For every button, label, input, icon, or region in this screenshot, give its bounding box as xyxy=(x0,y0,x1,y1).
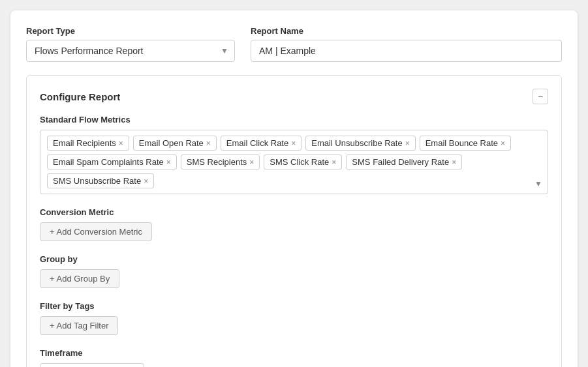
metric-label: Email Open Rate xyxy=(139,138,204,148)
report-type-select[interactable]: Flows Performance Report Campaign Perfor… xyxy=(26,40,235,62)
standard-flow-metrics-label: Standard Flow Metrics xyxy=(40,115,548,125)
add-tag-filter-button[interactable]: + Add Tag Filter xyxy=(40,316,118,335)
metrics-box: Email Recipients × Email Open Rate × Ema… xyxy=(40,130,548,194)
report-type-label: Report Type xyxy=(26,26,235,36)
collapse-icon: − xyxy=(538,91,543,102)
remove-email-spam-button[interactable]: × xyxy=(166,158,171,166)
remove-sms-failed-delivery-button[interactable]: × xyxy=(452,158,456,166)
metric-label: Email Spam Complaints Rate xyxy=(53,157,164,167)
metric-label: Email Bounce Rate xyxy=(426,138,498,148)
metric-tag-sms-failed-delivery-rate: SMS Failed Delivery Rate × xyxy=(346,154,462,169)
main-card: Report Type Flows Performance Report Cam… xyxy=(10,10,578,367)
timeframe-section: Timeframe All Time Last 7 Days Last 30 D… xyxy=(40,348,548,367)
report-type-group: Report Type Flows Performance Report Cam… xyxy=(26,26,235,62)
metrics-box-chevron-icon: ▼ xyxy=(534,179,542,188)
remove-email-recipients-button[interactable]: × xyxy=(119,139,123,147)
report-name-input[interactable] xyxy=(251,40,562,62)
metric-tag-sms-click-rate: SMS Click Rate × xyxy=(264,154,342,169)
conversion-metric-section: Conversion Metric + Add Conversion Metri… xyxy=(40,207,548,241)
report-name-group: Report Name xyxy=(251,26,562,62)
group-by-section: Group by + Add Group By xyxy=(40,254,548,288)
configure-title: Configure Report xyxy=(40,91,120,102)
add-group-by-button[interactable]: + Add Group By xyxy=(40,269,119,288)
filter-by-tags-label: Filter by Tags xyxy=(40,301,548,311)
remove-email-open-rate-button[interactable]: × xyxy=(206,139,211,147)
filter-by-tags-section: Filter by Tags + Add Tag Filter xyxy=(40,301,548,335)
metric-tag-email-spam-complaints-rate: Email Spam Complaints Rate × xyxy=(47,154,177,169)
conversion-metric-label: Conversion Metric xyxy=(40,207,548,217)
metric-tag-sms-recipients: SMS Recipients × xyxy=(181,154,260,169)
metric-tag-email-bounce-rate: Email Bounce Rate × xyxy=(420,136,511,151)
metric-label: Email Click Rate xyxy=(226,138,288,148)
group-by-label: Group by xyxy=(40,254,548,264)
configure-header: Configure Report − xyxy=(40,89,548,104)
report-type-select-wrapper: Flows Performance Report Campaign Perfor… xyxy=(26,40,235,62)
remove-sms-unsubscribe-button[interactable]: × xyxy=(144,177,148,185)
timeframe-select[interactable]: All Time Last 7 Days Last 30 Days Last 9… xyxy=(40,363,144,367)
metric-label: SMS Failed Delivery Rate xyxy=(352,157,449,167)
top-row: Report Type Flows Performance Report Cam… xyxy=(26,26,562,62)
configure-card: Configure Report − Standard Flow Metrics… xyxy=(26,75,562,367)
metric-tag-email-click-rate: Email Click Rate × xyxy=(221,136,302,151)
standard-flow-metrics-section: Standard Flow Metrics Email Recipients ×… xyxy=(40,115,548,194)
metric-tag-email-open-rate: Email Open Rate × xyxy=(133,136,217,151)
metric-label: Email Recipients xyxy=(53,138,116,148)
remove-email-bounce-rate-button[interactable]: × xyxy=(501,139,505,147)
collapse-button[interactable]: − xyxy=(533,89,548,104)
metric-label: Email Unsubscribe Rate xyxy=(311,138,402,148)
metric-tag-email-unsubscribe-rate: Email Unsubscribe Rate × xyxy=(305,136,415,151)
metric-label: SMS Click Rate xyxy=(270,157,329,167)
remove-sms-recipients-button[interactable]: × xyxy=(249,158,254,166)
metric-tag-sms-unsubscribe-rate: SMS Unsubscribe Rate × xyxy=(47,173,154,188)
timeframe-label: Timeframe xyxy=(40,348,548,358)
metric-label: SMS Unsubscribe Rate xyxy=(53,176,141,186)
metric-label: SMS Recipients xyxy=(187,157,247,167)
report-name-label: Report Name xyxy=(251,26,562,36)
remove-email-unsubscribe-rate-button[interactable]: × xyxy=(405,139,410,147)
remove-email-click-rate-button[interactable]: × xyxy=(291,139,296,147)
add-conversion-metric-button[interactable]: + Add Conversion Metric xyxy=(40,222,152,241)
metric-tag-email-recipients: Email Recipients × xyxy=(47,136,129,151)
timeframe-select-wrapper: All Time Last 7 Days Last 30 Days Last 9… xyxy=(40,363,144,367)
remove-sms-click-rate-button[interactable]: × xyxy=(332,158,336,166)
